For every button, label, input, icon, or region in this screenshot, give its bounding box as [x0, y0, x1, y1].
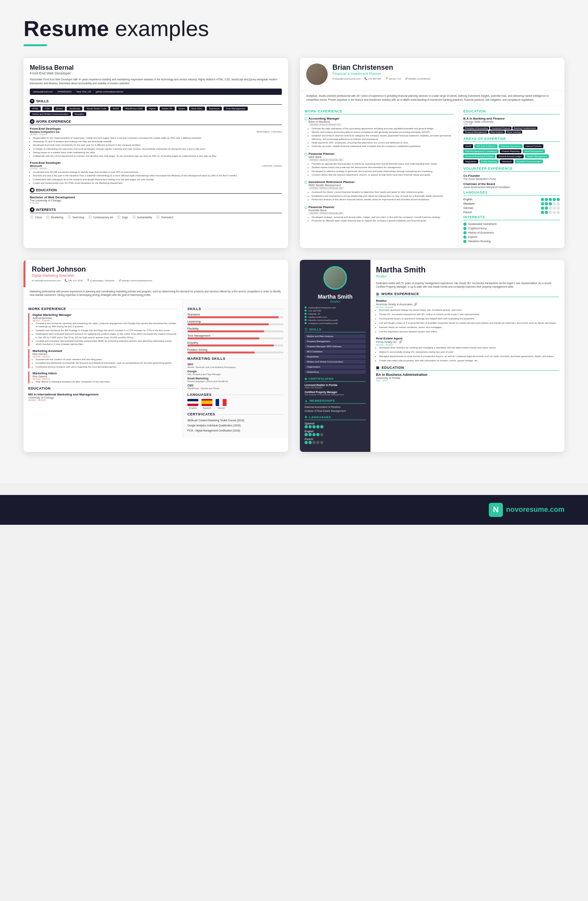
- martha-edu-section: ▣EDUCATION: [376, 366, 559, 371]
- martha-right-header: Martha Smith Realtor: [376, 265, 559, 278]
- brian-work-section: WORK EXPERIENCE: [305, 109, 454, 114]
- page-wrapper: Resume examples Melissa Bernal Front-End…: [0, 0, 588, 483]
- melissa-edu-title: ▣ EDUCATION: [30, 188, 282, 194]
- brian-volunteer-section: VOLUNTEER EXPERIENCE: [463, 167, 560, 172]
- melissa-email: melissa@mail.com: [33, 91, 53, 93]
- martha-work-1: Realtor American Realty & Associates 🔗 0…: [376, 299, 559, 334]
- brian-avatar: [306, 63, 328, 85]
- brian-work-4: Financial Planner Rockville Bank 02/2006…: [305, 205, 454, 223]
- brian-courses: Principles of Accounting Consumer Financ…: [463, 127, 560, 134]
- melissa-phone: 04460032021: [57, 91, 72, 93]
- melissa-work-1: Front-End Developer Banana Computers Inc…: [30, 127, 282, 158]
- footer-logo: N novoresume.com: [489, 503, 564, 517]
- brian-summary: Analytical, results-oriented professiona…: [300, 91, 564, 105]
- brian-body: WORK EXPERIENCE Accounting Manager Bank …: [300, 105, 564, 248]
- martha-sidebar: Martha Smith Realtor martha@novoresume.c…: [300, 260, 370, 452]
- robert-cert-1: SEMrush Content Marketing Toolkit Course…: [187, 419, 283, 422]
- brian-name: Brian Christensen: [332, 63, 558, 72]
- brian-volunteer-1: Co-Founder The Good Samaritan's Purse: [463, 174, 560, 180]
- brian-work-2: Financial Planner M&D Bank 06/2012 - 06/…: [305, 152, 454, 177]
- melissa-work-2: Front-End Developer Minissoft Lafayette,…: [30, 161, 282, 185]
- martha-certs-section: ◈CERTIFICATES: [305, 377, 366, 382]
- robert-certs-section: CERTIFICATES: [187, 412, 283, 416]
- brian-header: Brian Christensen Financial & Investment…: [300, 58, 564, 91]
- brian-info: Brian Christensen Financial & Investment…: [332, 63, 558, 80]
- martha-memberships-section: ▲MEMBERSHIPS: [305, 399, 366, 404]
- martha-langs-section: ⊕LANGUAGES: [305, 415, 366, 420]
- melissa-summary: Passionate Front-End Web Developer with …: [30, 78, 282, 85]
- robert-edu-section: EDUCATION: [28, 386, 178, 390]
- martha-right: Martha Smith Realtor Dedicated realtor w…: [370, 260, 564, 452]
- page-footer: N novoresume.com: [0, 495, 588, 525]
- melissa-title: Front-End Web Developer: [30, 71, 282, 75]
- robert-work-1: Digital Marketing Manager Astoria Baumax…: [28, 313, 178, 346]
- martha-work-section: ◎WORK EXPERIENCE: [376, 292, 559, 297]
- brian-language-english: English Mandarin German: [463, 198, 560, 214]
- robert-langs-section: LANGUAGES: [187, 393, 283, 397]
- martha-cert-2: Certified Property Manager The Institute…: [305, 391, 366, 396]
- brian-contact: ✉ brian@novoresume.com 📞 (72) 654 987 📍 …: [332, 77, 558, 80]
- martha-skills-section: ⬡SKILLS: [305, 328, 366, 332]
- martha-lang-french: French: [305, 438, 366, 444]
- interests-icon: ★: [30, 207, 34, 212]
- martha-edu: BA in Business Administration University…: [376, 373, 559, 382]
- resumes-grid: Melissa Bernal Front-End Web Developer P…: [24, 58, 564, 452]
- resume-card-melissa: Melissa Bernal Front-End Web Developer P…: [24, 58, 288, 248]
- brian-expertise-section: AREAS OF EXPERTISE: [463, 137, 560, 142]
- resume-card-robert: Robert Johnson Digital Marketing Special…: [24, 260, 288, 452]
- brian-work-1: Accounting Manager Bank of Maryland 12/2…: [305, 117, 454, 148]
- brian-subtitle: Financial & Investment Planner: [332, 72, 558, 76]
- brian-edu: B.A in Banking and Finance Chicago State…: [463, 117, 560, 134]
- robert-name: Robert Johnson: [32, 265, 282, 274]
- robert-cert-2: Google Analytics Individual Qualificatio…: [187, 424, 283, 427]
- robert-work-section: WORK EXPERIENCE: [28, 307, 178, 311]
- work-icon: ◎: [30, 119, 34, 124]
- martha-lang-spanish: Spanish: [305, 422, 366, 428]
- resume-card-martha: Martha Smith Realtor martha@novoresume.c…: [300, 260, 564, 452]
- resume-card-brian: Brian Christensen Financial & Investment…: [300, 58, 564, 248]
- edu-icon: ▣: [30, 188, 34, 192]
- robert-contact: ✉ robert@novoresume.com 📞 044 412 2019 📍…: [32, 279, 282, 282]
- melissa-work-title: ◎ WORK EXPERIENCE: [30, 119, 282, 125]
- melissa-location: New York, US: [76, 91, 91, 93]
- martha-title-side: Realtor: [305, 300, 366, 303]
- brian-right: EDUCATION B.A in Banking and Finance Chi…: [459, 105, 564, 248]
- robert-skills-section: SKILLS: [187, 307, 283, 311]
- robert-title: Digital Marketing Specialist: [32, 274, 282, 277]
- martha-work-2: Real Estate Agent Penny Realty Inc. 🔗 05…: [376, 337, 559, 363]
- martha-cert-1: Licensed Realtor in Florida Valid until …: [305, 384, 366, 389]
- robert-work-3: Marketing Intern Riot Games 06/2014 - 02…: [28, 372, 178, 383]
- brian-interests-section: INTERESTS: [463, 215, 560, 220]
- brian-left: WORK EXPERIENCE Accounting Manager Bank …: [300, 105, 459, 248]
- melissa-interests: Chess Bouldering Swimming Contemporary A…: [30, 215, 282, 219]
- melissa-github: github.com/melissa.bernal: [96, 91, 123, 93]
- melissa-name: Melissa Bernal: [30, 64, 282, 71]
- martha-lang-english: English: [305, 430, 366, 436]
- footer-brand: novoresume.com: [506, 506, 564, 514]
- melissa-interests-title: ★ INTERESTS: [30, 207, 282, 213]
- robert-right: SKILLS Teamwork Leadership Flexibility: [182, 300, 288, 438]
- robert-body: WORK EXPERIENCE Digital Marketing Manage…: [24, 300, 288, 438]
- melissa-skills-grid: HTML CSS jQuery JavaScript Visual Studio…: [30, 107, 282, 116]
- robert-edu: MS in International Marketing and Manage…: [28, 393, 178, 401]
- robert-header: Robert Johnson Digital Marketing Special…: [24, 260, 288, 287]
- footer-logo-letter: N: [493, 505, 499, 514]
- martha-name-side: Martha Smith: [305, 294, 366, 300]
- flag-spanish: [201, 399, 212, 406]
- martha-name-main: Martha Smith: [376, 265, 426, 274]
- melissa-skills-title: ✦ SKILLS: [30, 99, 282, 105]
- footer-logo-icon: N: [489, 503, 503, 517]
- robert-summary: Marketing professional with proven exper…: [24, 287, 288, 300]
- martha-avatar: [323, 266, 347, 290]
- robert-cert-3: PCM - Digital Management Certification (…: [187, 429, 283, 432]
- martha-contact-block: martha@novoresume.com 119 234 555 Orland…: [305, 306, 366, 325]
- skills-icon: ✦: [30, 99, 34, 103]
- header-underline: [24, 44, 47, 46]
- page-header: Resume examples: [24, 16, 564, 46]
- melissa-edu-1: Bachelor of Web Development The Universi…: [30, 196, 282, 204]
- flag-english: [187, 399, 198, 406]
- brian-expertise-tags: GAAP IRS Audit & Returns Business Operat…: [463, 144, 560, 163]
- robert-work-2: Marketing Assistant Riot Games 02/2015 -…: [28, 349, 178, 368]
- martha-summary: Dedicated realtor with 5+ years of prope…: [376, 281, 559, 289]
- flag-french: [216, 399, 227, 406]
